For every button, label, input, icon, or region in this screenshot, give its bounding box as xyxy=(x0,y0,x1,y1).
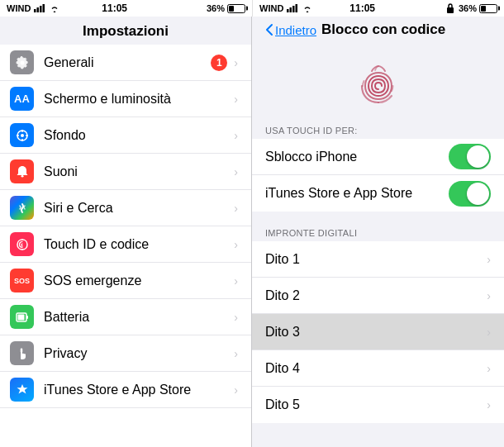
suoni-icon xyxy=(10,159,34,183)
generali-icon xyxy=(10,50,34,74)
suoni-label: Suoni xyxy=(44,164,234,179)
itunes-chevron: › xyxy=(234,383,238,397)
svg-rect-17 xyxy=(26,316,28,319)
sos-chevron: › xyxy=(234,274,238,288)
sfondo-label: Sfondo xyxy=(44,128,234,143)
siri-svg xyxy=(15,201,30,216)
left-status-icons: 36% xyxy=(207,3,245,13)
sidebar-item-siri[interactable]: Siri e Cerca › xyxy=(0,190,251,226)
svg-rect-15 xyxy=(21,175,23,178)
left-status: WIND 11:05 36% xyxy=(0,0,252,17)
svg-rect-5 xyxy=(290,7,292,12)
back-chevron-icon xyxy=(265,23,273,36)
left-battery-icon xyxy=(227,4,245,13)
screen-container: Impostazioni Generali 1 › AA Schermo e l… xyxy=(0,17,504,447)
dito3-label: Dito 3 xyxy=(265,325,487,340)
finger-item-dito4[interactable]: Dito 4 › xyxy=(252,350,504,387)
svg-point-10 xyxy=(21,134,24,137)
left-panel: Impostazioni Generali 1 › AA Schermo e l… xyxy=(0,17,252,447)
suoni-chevron: › xyxy=(234,165,238,178)
left-time: 11:05 xyxy=(102,2,127,14)
finger-item-dito1[interactable]: Dito 1 › xyxy=(252,241,504,278)
fingerprint-section xyxy=(252,43,504,122)
battery-large-icon xyxy=(16,311,29,324)
right-battery-icon xyxy=(479,4,497,13)
svg-rect-4 xyxy=(287,9,289,12)
sidebar-item-schermo[interactable]: AA Schermo e luminosità › xyxy=(0,81,251,117)
svg-rect-7 xyxy=(296,4,298,12)
hand-icon xyxy=(15,346,30,361)
batteria-label: Batteria xyxy=(44,310,234,325)
back-label: Indietro xyxy=(275,23,316,37)
right-battery-percent: 36% xyxy=(459,3,477,13)
itunes-label: iTunes Store e App Store xyxy=(44,383,234,397)
left-panel-title: Impostazioni xyxy=(83,23,169,39)
sidebar-item-touchid[interactable]: Touch ID e codice › xyxy=(0,226,251,263)
sidebar-item-sfondo[interactable]: Sfondo › xyxy=(0,117,251,154)
right-lock-icon xyxy=(445,3,456,13)
dito1-label: Dito 1 xyxy=(265,252,487,267)
sidebar-item-privacy[interactable]: Privacy › xyxy=(0,335,251,372)
sidebar-item-itunes[interactable]: iTunes Store e App Store › xyxy=(0,372,251,408)
itunes-toggle-label: iTunes Store e App Store xyxy=(265,186,449,201)
left-carrier: WIND xyxy=(7,3,31,13)
toggle-item-sblocco[interactable]: Sblocco iPhone xyxy=(252,139,504,175)
back-button[interactable]: Indietro xyxy=(265,23,316,37)
dito4-label: Dito 4 xyxy=(265,361,487,376)
fingerprint-small-icon xyxy=(15,237,30,252)
dito1-chevron: › xyxy=(487,253,491,266)
toggle-list: Sblocco iPhone iTunes Store e App Store xyxy=(252,139,504,212)
sblocco-toggle[interactable] xyxy=(449,144,491,169)
impronte-section-label: IMPRONTE DIGITALI xyxy=(265,228,357,238)
sfondo-icon xyxy=(10,123,34,147)
right-panel-title: Blocco con codice xyxy=(321,21,445,38)
finger-list: Dito 1 › Dito 2 › Dito 3 › Dito 4 › Dito… xyxy=(252,241,504,423)
dito3-chevron: › xyxy=(487,326,491,339)
right-signal-icon xyxy=(287,4,298,12)
sidebar-item-batteria[interactable]: Batteria › xyxy=(0,299,251,335)
dito4-chevron: › xyxy=(487,362,491,375)
batteria-icon xyxy=(10,305,34,329)
sblocco-label: Sblocco iPhone xyxy=(265,150,449,164)
dito5-label: Dito 5 xyxy=(265,397,487,412)
privacy-label: Privacy xyxy=(44,346,234,361)
right-time: 11:05 xyxy=(349,2,375,14)
svg-rect-0 xyxy=(34,9,36,12)
touchid-chevron: › xyxy=(234,238,238,251)
sidebar-item-sos[interactable]: SOS SOS emergenze › xyxy=(0,263,251,299)
sidebar-item-suoni[interactable]: Suoni › xyxy=(0,154,251,190)
finger-item-dito3[interactable]: Dito 3 › xyxy=(252,314,504,350)
touch-id-section-header: USA TOUCH ID PER: xyxy=(252,122,504,139)
bell-icon xyxy=(15,164,30,179)
schermo-label: Schermo e luminosità xyxy=(44,92,234,107)
touchid-label: Touch ID e codice xyxy=(44,237,234,252)
right-status-icons: 36% xyxy=(445,3,497,13)
generali-badge: 1 xyxy=(211,55,227,71)
schermo-icon: AA xyxy=(10,87,34,111)
left-wifi-icon xyxy=(49,4,60,12)
svg-rect-6 xyxy=(292,6,295,12)
dito2-label: Dito 2 xyxy=(265,288,487,303)
itunes-toggle[interactable] xyxy=(449,181,491,207)
sidebar-item-generali[interactable]: Generali 1 › xyxy=(0,45,251,81)
toggle-item-itunes[interactable]: iTunes Store e App Store xyxy=(252,175,504,212)
fingerprint-large-icon xyxy=(354,59,403,109)
finger-item-dito2[interactable]: Dito 2 › xyxy=(252,278,504,314)
svg-rect-18 xyxy=(17,314,24,320)
sos-icon: SOS xyxy=(10,269,34,292)
svg-rect-1 xyxy=(37,7,40,12)
finger-item-dito5[interactable]: Dito 5 › xyxy=(252,387,504,423)
privacy-chevron: › xyxy=(234,347,238,360)
gear-icon xyxy=(15,55,30,70)
svg-rect-3 xyxy=(43,4,45,12)
left-signal-icon xyxy=(34,4,45,12)
privacy-icon xyxy=(10,341,34,365)
itunes-icon xyxy=(10,378,34,402)
touchid-icon xyxy=(10,232,34,256)
left-panel-header: Impostazioni xyxy=(0,17,251,45)
sfondo-chevron: › xyxy=(234,129,238,142)
appstore-icon xyxy=(15,383,30,397)
settings-list: Generali 1 › AA Schermo e luminosità › xyxy=(0,45,251,447)
siri-chevron: › xyxy=(234,202,238,215)
generali-label: Generali xyxy=(44,55,211,70)
